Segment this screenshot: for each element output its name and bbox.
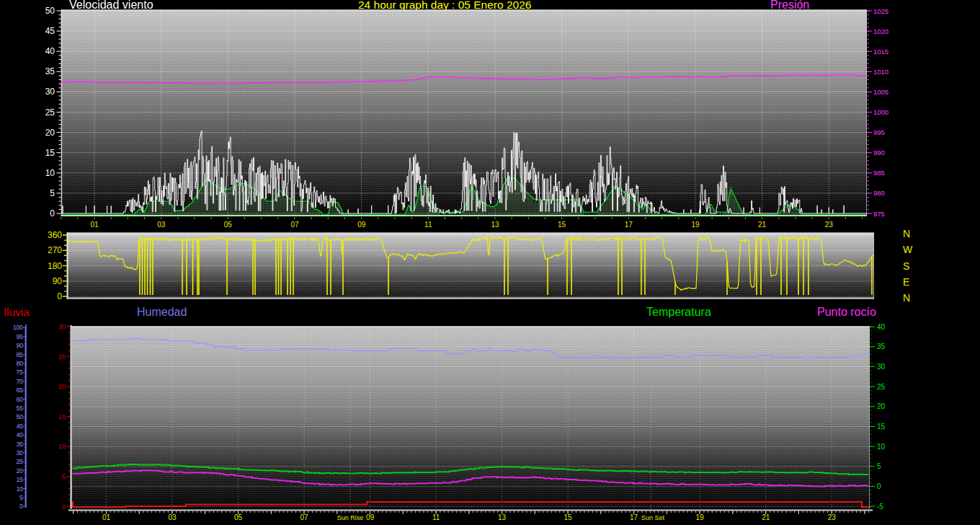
svg-text:25: 25 <box>58 353 66 361</box>
svg-text:17: 17 <box>625 221 633 229</box>
svg-text:01: 01 <box>102 513 111 521</box>
svg-text:Presión: Presión <box>770 0 809 11</box>
svg-text:0: 0 <box>50 208 55 219</box>
svg-text:Sun Set: Sun Set <box>641 514 665 521</box>
svg-text:50: 50 <box>16 413 23 420</box>
svg-text:25: 25 <box>877 383 886 391</box>
svg-text:0: 0 <box>19 503 23 510</box>
svg-text:10: 10 <box>58 443 66 450</box>
svg-text:35: 35 <box>45 66 55 76</box>
svg-text:1020: 1020 <box>873 27 888 35</box>
svg-text:10: 10 <box>16 485 23 493</box>
svg-text:19: 19 <box>691 221 700 229</box>
svg-text:17: 17 <box>630 513 638 521</box>
svg-text:15: 15 <box>16 476 23 483</box>
svg-text:5: 5 <box>877 462 881 470</box>
svg-text:20: 20 <box>45 128 55 138</box>
svg-text:15: 15 <box>877 423 886 431</box>
svg-text:75: 75 <box>16 369 23 376</box>
svg-text:90: 90 <box>16 342 23 349</box>
svg-text:N: N <box>903 228 910 239</box>
svg-text:995: 995 <box>873 128 885 136</box>
svg-text:975: 975 <box>873 210 885 218</box>
svg-text:03: 03 <box>168 513 177 521</box>
svg-text:05: 05 <box>234 513 243 521</box>
svg-text:30: 30 <box>877 363 886 371</box>
svg-text:70: 70 <box>16 378 23 385</box>
svg-text:1015: 1015 <box>873 48 888 56</box>
svg-text:Punto rocío: Punto rocío <box>817 306 876 318</box>
svg-text:15: 15 <box>45 148 55 158</box>
svg-text:09: 09 <box>357 221 366 229</box>
svg-text:Humedad: Humedad <box>137 306 187 318</box>
svg-text:Temperatura: Temperatura <box>646 306 711 318</box>
svg-text:0: 0 <box>62 503 66 511</box>
svg-text:270: 270 <box>48 245 62 255</box>
svg-text:24 hour graph day : 05 Enero 2: 24 hour graph day : 05 Enero 2026 <box>358 0 531 11</box>
svg-text:lluvia: lluvia <box>4 306 30 318</box>
svg-text:55: 55 <box>16 405 23 412</box>
svg-text:15: 15 <box>58 413 66 420</box>
svg-text:N: N <box>903 292 910 304</box>
svg-text:15: 15 <box>558 221 566 229</box>
svg-text:15: 15 <box>564 513 573 521</box>
svg-text:11: 11 <box>432 513 440 521</box>
svg-text:01: 01 <box>90 221 99 229</box>
svg-text:05: 05 <box>224 221 233 229</box>
svg-text:100: 100 <box>13 324 23 331</box>
svg-text:13: 13 <box>491 221 499 229</box>
svg-text:180: 180 <box>48 261 62 271</box>
svg-text:23: 23 <box>825 221 834 229</box>
svg-text:20: 20 <box>877 402 886 410</box>
svg-text:30: 30 <box>45 87 55 97</box>
svg-text:25: 25 <box>45 107 55 118</box>
svg-text:50: 50 <box>45 6 55 16</box>
svg-text:03: 03 <box>157 221 166 229</box>
svg-text:E: E <box>903 276 909 288</box>
svg-text:07: 07 <box>290 221 299 229</box>
svg-text:1005: 1005 <box>873 88 888 96</box>
svg-text:20: 20 <box>16 467 23 475</box>
svg-text:980: 980 <box>873 189 885 197</box>
svg-text:95: 95 <box>16 333 23 340</box>
svg-text:65: 65 <box>16 387 23 394</box>
svg-text:13: 13 <box>498 513 507 521</box>
svg-text:40: 40 <box>16 431 23 438</box>
svg-text:30: 30 <box>58 323 66 330</box>
svg-text:10: 10 <box>45 168 55 178</box>
svg-text:35: 35 <box>877 343 886 350</box>
svg-text:5: 5 <box>62 473 66 480</box>
svg-text:0: 0 <box>877 482 881 490</box>
svg-text:40: 40 <box>45 46 55 56</box>
svg-text:85: 85 <box>16 351 23 358</box>
svg-text:21: 21 <box>758 221 767 229</box>
svg-text:21: 21 <box>762 513 770 521</box>
svg-text:80: 80 <box>16 360 23 367</box>
svg-text:30: 30 <box>16 449 23 456</box>
svg-text:S: S <box>903 260 909 272</box>
svg-text:985: 985 <box>873 169 885 177</box>
svg-text:360: 360 <box>48 230 62 240</box>
svg-text:Velocidad viento: Velocidad viento <box>69 0 153 11</box>
svg-text:10: 10 <box>877 443 886 451</box>
svg-text:25: 25 <box>16 458 23 465</box>
svg-text:90: 90 <box>53 276 63 286</box>
svg-text:1010: 1010 <box>873 68 888 76</box>
svg-text:5: 5 <box>50 188 55 198</box>
svg-text:1000: 1000 <box>873 108 888 116</box>
svg-text:5: 5 <box>19 494 23 501</box>
svg-text:1025: 1025 <box>873 7 888 15</box>
svg-text:40: 40 <box>877 323 886 331</box>
svg-text:11: 11 <box>424 221 432 229</box>
svg-text:45: 45 <box>45 26 55 36</box>
svg-text:990: 990 <box>873 149 885 156</box>
svg-text:0: 0 <box>57 291 62 301</box>
svg-text:09: 09 <box>366 513 375 521</box>
svg-text:W: W <box>903 244 913 255</box>
svg-text:60: 60 <box>16 396 23 403</box>
svg-text:23: 23 <box>828 513 837 521</box>
svg-text:20: 20 <box>58 383 66 390</box>
svg-text:45: 45 <box>16 423 23 430</box>
svg-text:-5: -5 <box>877 503 883 511</box>
svg-text:Sun Rise: Sun Rise <box>337 514 364 521</box>
